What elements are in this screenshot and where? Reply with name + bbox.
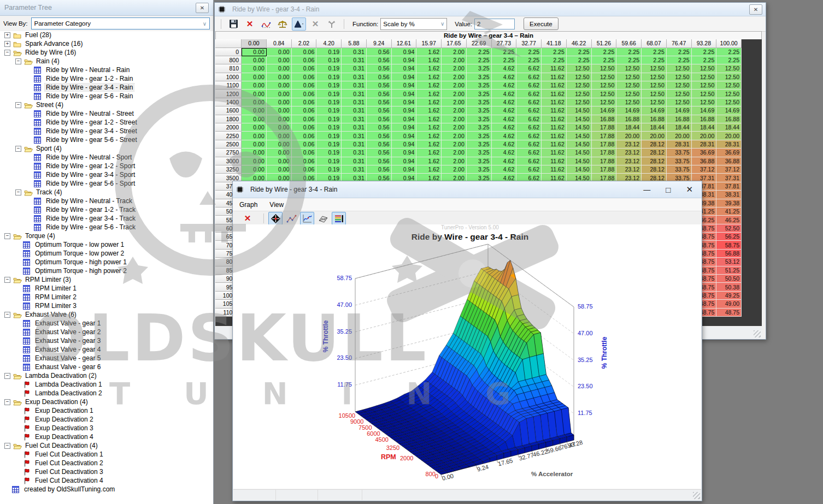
tree-item[interactable]: Ride by Wire - gear 3-4 - Street — [0, 127, 207, 135]
table-cell[interactable]: 0.56 — [367, 56, 392, 64]
table-cell[interactable]: 0.00 — [242, 149, 267, 157]
row-header[interactable]: 1400 — [215, 98, 242, 106]
table-cell[interactable]: 18.44 — [692, 123, 717, 132]
tree-item[interactable]: Ride by Wire - gear 3-4 - Rain — [0, 83, 207, 92]
table-cell[interactable]: 12.50 — [616, 90, 642, 98]
table-cell[interactable]: 0.94 — [392, 106, 417, 115]
table-cell[interactable]: 0.06 — [292, 64, 317, 73]
table-cell[interactable]: 0.00 — [242, 115, 267, 123]
table-cell[interactable]: 6.62 — [516, 90, 542, 98]
table-cell[interactable]: 0.00 — [242, 90, 267, 98]
table-cell[interactable]: 48.75 — [716, 309, 742, 317]
tree-item[interactable]: Ride by Wire - gear 1-2 - Rain — [0, 74, 207, 83]
table-cell[interactable]: 12.50 — [716, 64, 742, 73]
table-cell[interactable]: 23.12 — [616, 149, 642, 157]
table-cell[interactable]: 0.56 — [367, 123, 392, 132]
table-cell[interactable]: 0.31 — [342, 157, 367, 165]
table-cell[interactable]: 16.88 — [716, 115, 742, 123]
collapse-icon[interactable]: − — [4, 50, 10, 56]
table-cell[interactable]: 12.50 — [716, 73, 742, 81]
table-cell[interactable]: 28.12 — [642, 140, 667, 149]
table-cell[interactable]: 0.31 — [342, 106, 367, 115]
table-cell[interactable]: 2.00 — [442, 48, 467, 56]
table-cell[interactable]: 46.25 — [716, 216, 742, 224]
table-cell[interactable]: 2.25 — [616, 56, 642, 64]
table-cell[interactable]: 2.00 — [442, 56, 467, 64]
table-cell[interactable]: 0.06 — [292, 140, 317, 149]
table-cell[interactable]: 56.25 — [716, 233, 742, 241]
table-cell[interactable]: 11.62 — [542, 157, 567, 165]
table-cell[interactable]: 28.12 — [642, 157, 667, 165]
table-cell[interactable]: 36.69 — [692, 149, 717, 157]
table-cell[interactable]: 49.25 — [716, 292, 742, 300]
table-cell[interactable]: 0.56 — [367, 90, 392, 98]
table-cell[interactable]: 0.06 — [292, 90, 317, 98]
column-header[interactable]: 51.26 — [592, 39, 617, 48]
table-cell[interactable]: 14.50 — [567, 157, 592, 165]
tree-item[interactable]: RPM Limiter 1 — [0, 284, 207, 293]
column-header[interactable]: 0.00 — [242, 39, 267, 48]
tree-item[interactable]: −Track (4) — [0, 188, 207, 197]
table-cell[interactable]: 17.88 — [592, 132, 617, 140]
table-cell[interactable]: 11.62 — [542, 73, 567, 81]
column-header[interactable]: 68.07 — [642, 39, 667, 48]
table-cell[interactable]: 0.19 — [316, 165, 342, 174]
menu-view[interactable]: View — [269, 201, 284, 209]
table-cell[interactable]: 0.00 — [242, 157, 267, 165]
table-cell[interactable]: 3.25 — [467, 115, 492, 123]
table-cell[interactable]: 12.50 — [716, 81, 742, 90]
table-cell[interactable]: 0.31 — [342, 132, 367, 140]
table-cell[interactable]: 0.31 — [342, 73, 367, 81]
table-cell[interactable]: 2.25 — [716, 56, 742, 64]
menu-graph[interactable]: Graph — [239, 201, 257, 209]
table-cell[interactable]: 4.62 — [492, 149, 517, 157]
table-cell[interactable]: 12.50 — [642, 64, 667, 73]
tree-item[interactable]: Exup Deactivation 4 — [0, 432, 207, 441]
tree-item[interactable]: Exhaust Valve - gear 3 — [0, 336, 207, 345]
table-cell[interactable]: 39.38 — [716, 199, 742, 207]
table-cell[interactable]: 11.62 — [542, 149, 567, 157]
delta-edit-button[interactable] — [292, 17, 306, 31]
value-input[interactable]: 2 — [474, 19, 515, 29]
table-cell[interactable]: 0.00 — [267, 81, 292, 90]
table-cell[interactable]: 0.56 — [367, 157, 392, 165]
color-bands-button[interactable] — [332, 212, 346, 225]
table-cell[interactable]: 4.62 — [492, 157, 517, 165]
row-header[interactable]: 2750 — [215, 149, 242, 157]
collapse-icon[interactable]: − — [15, 189, 21, 195]
table-cell[interactable]: 18.44 — [642, 123, 667, 132]
table-cell[interactable]: 0.00 — [267, 90, 292, 98]
tree-item[interactable]: Lambda Deactivation 2 — [0, 389, 207, 398]
tree-item[interactable]: Exhaust Valve - gear 1 — [0, 319, 207, 328]
table-cell[interactable]: 0.00 — [267, 73, 292, 81]
row-header[interactable]: 0 — [215, 48, 242, 56]
table-cell[interactable]: 12.50 — [616, 73, 642, 81]
table-cell[interactable]: 0.94 — [392, 81, 417, 90]
execute-button[interactable]: Execute — [524, 17, 559, 30]
table-cell[interactable]: 2.00 — [442, 149, 467, 157]
table-cell[interactable]: 0.19 — [316, 106, 342, 115]
table-cell[interactable]: 12.50 — [716, 90, 742, 98]
column-header[interactable]: 59.66 — [616, 39, 642, 48]
table-cell[interactable]: 12.50 — [642, 90, 667, 98]
table-cell[interactable]: 0.19 — [316, 81, 342, 90]
table-cell[interactable]: 23.12 — [616, 140, 642, 149]
table-cell[interactable]: 4.62 — [492, 140, 517, 149]
table-cell[interactable]: 36.88 — [716, 157, 742, 165]
tree-item[interactable]: Optimum Torque - high power 2 — [0, 266, 207, 275]
tree-item[interactable]: Ride by Wire - gear 1-2 - Street — [0, 118, 207, 127]
table-cell[interactable]: 0.00 — [242, 64, 267, 73]
tree-item[interactable]: Ride by Wire - gear 5-6 - Street — [0, 135, 207, 144]
table-cell[interactable]: 12.50 — [667, 98, 692, 106]
tree-item[interactable]: Ride by Wire - gear 1-2 - Track — [0, 205, 207, 214]
column-header[interactable]: 41.18 — [542, 39, 567, 48]
tree-item[interactable]: Fuel Cut Deactivation 3 — [0, 467, 207, 476]
table-cell[interactable]: 0.56 — [367, 48, 392, 56]
table-cell[interactable]: 0.56 — [367, 140, 392, 149]
tree-item[interactable]: +Spark Advance (16) — [0, 39, 207, 48]
table-cell[interactable]: 11.62 — [542, 165, 567, 174]
scatter-mode-button[interactable] — [284, 212, 298, 225]
table-cell[interactable]: 0.06 — [292, 165, 317, 174]
table-cell[interactable]: 0.06 — [292, 123, 317, 132]
collapse-icon[interactable]: − — [4, 312, 10, 318]
